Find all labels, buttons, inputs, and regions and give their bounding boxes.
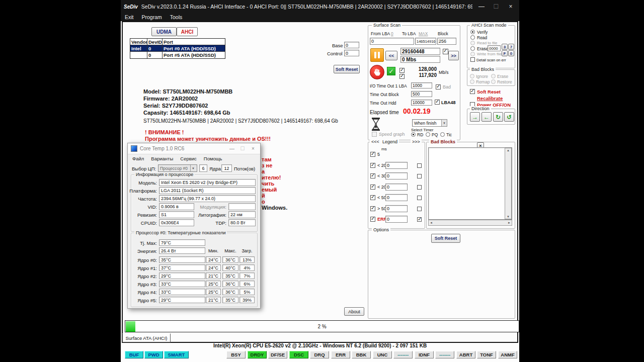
timer-rd-label: RD: [417, 132, 423, 137]
stop-button[interactable]: [370, 65, 384, 79]
legend-500-checkbox[interactable]: [370, 195, 375, 200]
recalibrate-option[interactable]: Recalibrate: [477, 96, 503, 101]
coretemp-menu-options[interactable]: Варианты: [151, 156, 173, 161]
indicator-err: ERR: [331, 351, 350, 358]
to-lba-input[interactable]: 1465149167: [415, 38, 436, 45]
bad-checkbox[interactable]: [436, 84, 441, 89]
tab-udma[interactable]: UDMA: [151, 27, 177, 36]
stop-hand-icon: [373, 68, 381, 76]
tdp-field: 80.0 Вт: [228, 219, 256, 226]
bad-blocks-listbox[interactable]: [428, 147, 512, 220]
bad-blocks-hscrollbar[interactable]: ◄►: [428, 220, 512, 226]
speed-top-value[interactable]: 128,000: [409, 66, 437, 72]
legend-20-flag[interactable]: [417, 163, 422, 168]
soft-reset-button[interactable]: Soft Reset: [334, 65, 360, 73]
timer-pq-radio[interactable]: [426, 132, 430, 137]
from-lba-input[interactable]: 0: [370, 38, 414, 45]
options-soft-reset-button[interactable]: Soft Reset: [431, 234, 460, 243]
max-link[interactable]: MAX: [419, 31, 428, 36]
legend-over500-checkbox[interactable]: [370, 206, 375, 211]
col-vendor: Vendor: [130, 39, 147, 45]
from-lba-link[interactable]: 0: [391, 31, 393, 36]
cpu-select[interactable]: Процессор #0: [158, 164, 197, 172]
current-lba-checkbox[interactable]: [443, 49, 448, 54]
coretemp-menu-tools[interactable]: Сервис: [180, 156, 197, 161]
timer-rd-radio[interactable]: [411, 132, 416, 137]
bad-blocks-vscrollbar[interactable]: ▲▼: [505, 148, 512, 219]
erase-radio[interactable]: [470, 46, 475, 51]
hex-button-3[interactable]: 3: [502, 44, 508, 50]
lba48-checkbox[interactable]: [435, 100, 440, 105]
firmware-value: 2AR20002: [172, 96, 198, 102]
app-logo: SeDiv: [124, 4, 138, 10]
minimize-button[interactable]: —: [476, 3, 487, 10]
menubar: Exit Program Tools: [121, 13, 519, 21]
verify-radio[interactable]: [470, 30, 475, 34]
device-table-header: Vendor DevID Port: [130, 39, 225, 45]
legend-500-flag[interactable]: [417, 196, 422, 200]
control-input[interactable]: 0: [344, 50, 359, 56]
legend-ms-label: ms: [381, 147, 387, 151]
legend-over500-flag[interactable]: [417, 207, 422, 211]
cpuid-field-label: CPUID:: [129, 220, 157, 226]
warning-title: ! ВНИМАНИЕ !: [145, 129, 184, 135]
hex-button-f[interactable]: F: [502, 50, 508, 56]
when-finish-select[interactable]: When finish: [412, 119, 447, 127]
scan-enable-checkbox[interactable]: ✓: [387, 67, 395, 75]
erase-value-input[interactable]: 0000: [488, 45, 501, 51]
timer-tic-radio[interactable]: [440, 132, 445, 137]
indicator-dsc: DSC: [289, 351, 308, 358]
block-input[interactable]: 256: [437, 38, 456, 45]
legend-err-flag[interactable]: [417, 217, 422, 222]
coretemp-menu-help[interactable]: Помощь: [204, 156, 222, 161]
coretemp-close-button[interactable]: ×: [249, 146, 257, 151]
speed-bottom-value[interactable]: 117,920: [409, 72, 437, 78]
frequency-field: 2394.56МГц (99.77 x 24.0): [159, 195, 256, 202]
legend-30-checkbox[interactable]: [370, 173, 375, 178]
hex-button-7[interactable]: 7: [508, 44, 514, 50]
close-button[interactable]: ×: [505, 3, 516, 10]
hex-button-0[interactable]: 0: [508, 50, 514, 56]
rewind-button[interactable]: <<: [385, 51, 397, 60]
table-row[interactable]: 0 Port #5 ATA (HDD/SSD): [130, 52, 225, 58]
cpu-info-legend: Информация о процессоре: [134, 172, 195, 177]
core2-load: 7%: [239, 273, 255, 279]
control-label: Control: [327, 51, 343, 56]
legend-err-checkbox[interactable]: [370, 217, 375, 222]
menu-program[interactable]: Program: [142, 14, 162, 20]
legend-5-checkbox[interactable]: [370, 152, 375, 157]
tab-ahci[interactable]: AHCI: [177, 27, 198, 36]
speed-top-checkbox[interactable]: [399, 68, 405, 73]
menu-exit[interactable]: Exit: [125, 14, 134, 20]
pause-button[interactable]: [370, 48, 384, 62]
soft-reset-checkbox[interactable]: [470, 89, 475, 94]
read-radio[interactable]: [470, 35, 475, 40]
indicator-bsy: BSY: [226, 351, 246, 358]
table-row[interactable]: Intel 0 Port #0 ATA (HDD/SSD): [130, 45, 225, 52]
legend-30-flag[interactable]: [417, 174, 422, 178]
coretemp-maximize-button[interactable]: ☐: [238, 146, 247, 151]
options-legend: Options: [372, 227, 390, 232]
coretemp-minimize-button[interactable]: —: [228, 146, 236, 151]
legend-20-checkbox[interactable]: [370, 163, 375, 168]
direction-forward-button[interactable]: →: [470, 112, 480, 122]
maximize-button[interactable]: ☐: [491, 3, 502, 10]
detail-scan-checkbox[interactable]: [470, 57, 475, 62]
block-timeout-input[interactable]: 500: [411, 91, 432, 97]
direction-loop-cw-button[interactable]: ↻: [493, 112, 503, 122]
speed-bottom-checkbox[interactable]: [399, 74, 405, 79]
about-button[interactable]: About: [344, 307, 364, 316]
io-timeout-input[interactable]: 1000: [411, 82, 432, 88]
forward-button[interactable]: >>: [448, 51, 459, 60]
legend-200-checkbox[interactable]: [370, 185, 375, 190]
direction-backward-button[interactable]: ←: [481, 112, 492, 122]
warning-text: Программа может уничтожить данные и OS!!…: [145, 136, 271, 142]
menu-tools[interactable]: Tools: [170, 14, 183, 20]
direction-loop-ccw-button[interactable]: ↺: [504, 112, 514, 122]
legend-200-flag[interactable]: [417, 185, 422, 190]
cpuid-field: 0x306E4: [159, 219, 194, 226]
base-input[interactable]: 0: [344, 42, 359, 48]
coretemp-menu-file[interactable]: Файл: [132, 156, 144, 161]
hdd-timeout-input[interactable]: 10000: [411, 100, 432, 106]
tab-surface-ata-ahci[interactable]: Surface ATA (AHCI): [122, 333, 171, 342]
